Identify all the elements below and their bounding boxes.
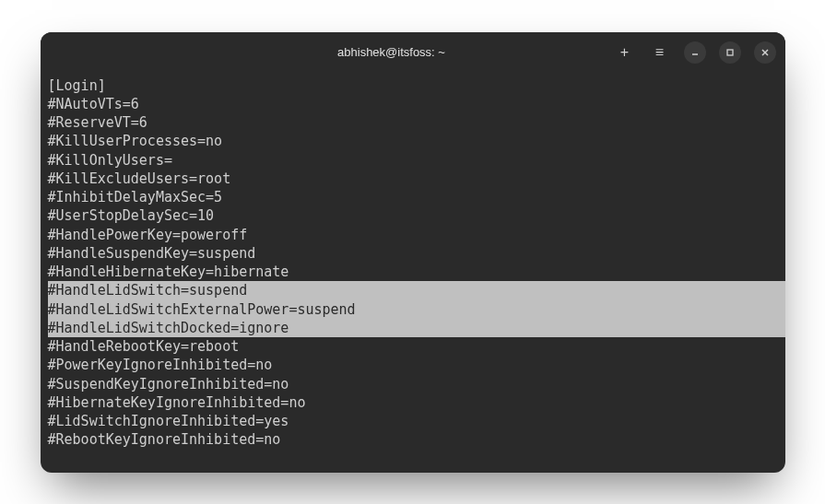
config-line: [Login]: [48, 76, 785, 95]
config-line: #KillExcludeUsers=root: [48, 170, 785, 188]
config-line: #NAutoVTs=6: [48, 95, 785, 113]
config-line: #UserStopDelaySec=10: [48, 206, 785, 225]
config-line: #PowerKeyIgnoreInhibited=no: [48, 356, 785, 374]
titlebar-controls: + ≡: [614, 41, 776, 64]
config-line: #ReserveVT=6: [48, 113, 785, 132]
maximize-button[interactable]: [719, 41, 741, 64]
config-line: #RebootKeyIgnoreInhibited=no: [48, 430, 785, 449]
svg-rect-1: [727, 50, 733, 55]
config-line: #HandleHibernateKey=hibernate: [48, 263, 785, 281]
config-line: #KillUserProcesses=no: [48, 132, 785, 150]
new-tab-button[interactable]: +: [614, 41, 636, 64]
titlebar: abhishek@itsfoss: ~ + ≡: [41, 32, 785, 73]
hamburger-icon: ≡: [655, 44, 664, 61]
config-line: #LidSwitchIgnoreInhibited=yes: [48, 412, 785, 430]
minimize-button[interactable]: [684, 41, 706, 64]
config-line: #HandleLidSwitch=suspend: [48, 281, 785, 299]
maximize-icon: [725, 48, 735, 57]
config-line: #SuspendKeyIgnoreInhibited=no: [48, 375, 785, 393]
config-line: #HandleLidSwitchDocked=ignore: [48, 319, 785, 337]
config-line: #HandleLidSwitchExternalPower=suspend: [48, 300, 785, 319]
config-line: #HandleSuspendKey=suspend: [48, 244, 785, 263]
config-line: #KillOnlyUsers=: [48, 151, 785, 170]
config-line: #HibernateKeyIgnoreInhibited=no: [48, 393, 785, 412]
config-line: #InhibitDelayMaxSec=5: [48, 188, 785, 206]
config-line: #HandleRebootKey=reboot: [48, 337, 785, 356]
close-icon: [760, 48, 770, 57]
minimize-icon: [690, 48, 700, 57]
close-button[interactable]: [754, 41, 776, 64]
plus-icon: +: [620, 44, 629, 61]
terminal-content[interactable]: [Login]#NAutoVTs=6#ReserveVT=6#KillUserP…: [41, 73, 785, 473]
window-title: abhishek@itsfoss: ~: [170, 45, 614, 59]
menu-button[interactable]: ≡: [649, 41, 671, 64]
config-line: #HandlePowerKey=poweroff: [48, 226, 785, 244]
terminal-window: abhishek@itsfoss: ~ + ≡ [Login]#NAutoVTs…: [41, 32, 785, 473]
